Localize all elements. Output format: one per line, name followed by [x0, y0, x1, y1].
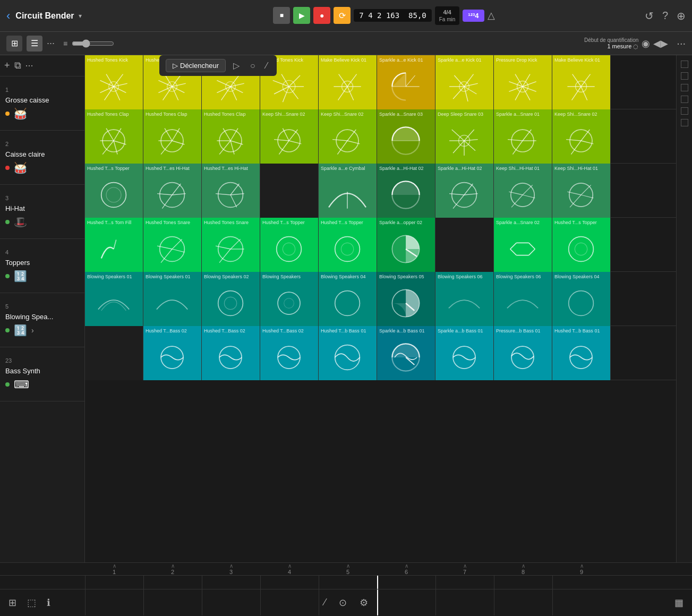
mixer-button[interactable]: ⚙ — [357, 595, 370, 611]
trigger-button[interactable]: ▷ Déclencheur — [166, 59, 226, 72]
clip-1-1[interactable]: Hushed Tones Clap — [143, 109, 202, 164]
back-button[interactable]: ‹ — [6, 9, 10, 23]
mute-row-0[interactable] — [681, 61, 688, 68]
list-view-button[interactable]: ☰ — [27, 36, 42, 52]
settings-icon[interactable]: ⊕ — [677, 10, 686, 22]
metronome-icon[interactable]: ◉ — [642, 38, 650, 49]
clip-1-2[interactable]: Hushed Tones Clap — [202, 109, 260, 164]
clip-4-0[interactable]: Blowing Speakers 01 — [85, 272, 143, 326]
clip-5-2[interactable]: Hushed T...Bass 02 — [202, 326, 260, 380]
trigger-icon-2[interactable]: ○ — [247, 59, 259, 73]
clip-2-4[interactable]: Sparkle a...e Cymbal — [319, 164, 377, 218]
clip-0-6[interactable]: Sparkle a...e Kick 01 — [435, 55, 494, 109]
clip-1-8[interactable]: Keep Shi...Snare 02 — [552, 109, 611, 164]
key-badge[interactable]: ¹²³4 — [463, 10, 484, 22]
clip-2-0[interactable]: Hushed T...s Topper — [85, 164, 143, 218]
track-item-1[interactable]: 1 Grosse caisse 🥁 — [0, 76, 84, 131]
clip-5-3[interactable]: Hushed T...Bass 02 — [260, 326, 319, 380]
more-button-2[interactable]: ··· — [677, 37, 686, 49]
mute-row-3[interactable] — [681, 96, 688, 103]
track-item-2[interactable]: 2 Caisse claire 🥁 — [0, 131, 84, 185]
track-more-button[interactable]: ··· — [25, 60, 33, 71]
record-button[interactable]: ● — [313, 7, 330, 24]
info-button[interactable]: ℹ — [45, 595, 53, 611]
clip-0-7[interactable]: Pressure Drop Kick — [494, 55, 552, 109]
track-item-3[interactable]: 3 Hi-Hat 🎩 — [0, 185, 84, 239]
quantize-value[interactable]: 1 mesure ◌ — [584, 43, 638, 50]
clip-4-3[interactable]: Blowing Speakers — [260, 272, 319, 326]
mute-row-5[interactable] — [681, 119, 688, 126]
clip-3-0[interactable]: Hushed T...s Tom Fill — [85, 218, 143, 272]
clip-5-5[interactable]: Sparkle a...b Bass 01 — [377, 326, 435, 380]
add-track-button[interactable]: + — [4, 60, 10, 71]
clip-4-1[interactable]: Blowing Speakers 01 — [143, 272, 202, 326]
clip-1-6[interactable]: Deep Sleep Snare 03 — [435, 109, 494, 164]
pencil-button[interactable]: ∕ — [322, 595, 328, 611]
track-item-4[interactable]: 4 Toppers 🔢 — [0, 239, 84, 293]
stop-button[interactable]: ■ — [273, 7, 290, 24]
clip-5-4[interactable]: Hushed T...b Bass 01 — [319, 326, 377, 380]
track-item-5[interactable]: 5 Blowing Spea... 🔢 › — [0, 293, 84, 347]
help-icon[interactable]: ? — [662, 10, 668, 22]
tuner-icon[interactable]: △ — [488, 10, 495, 21]
clip-5-7[interactable]: Pressure...b Bass 01 — [494, 326, 552, 380]
track-item-23[interactable]: 23 Bass Synth ⌨ — [0, 347, 84, 401]
clip-1-3[interactable]: Keep Shi...Snare 02 — [260, 109, 319, 164]
project-chevron-icon[interactable]: ▾ — [79, 12, 82, 20]
tempo-button[interactable]: ⊙ — [337, 595, 349, 611]
track-expand-5[interactable]: › — [31, 326, 34, 335]
clip-3-7[interactable]: Sparkle a...Snare 02 — [494, 218, 552, 272]
clip-2-3[interactable] — [260, 164, 319, 218]
clip-1-0[interactable]: Hushed Tones Clap — [85, 109, 143, 164]
trigger-icon-1[interactable]: ▷ — [230, 58, 243, 73]
grid-bottom-button[interactable]: ⊞ — [6, 595, 19, 611]
play-button[interactable]: ▶ — [293, 7, 310, 24]
clip-0-8[interactable]: Make Believe Kick 01 — [552, 55, 611, 109]
clip-3-3[interactable]: Hushed T...s Topper — [260, 218, 319, 272]
clip-2-7[interactable]: Keep Shi...Hi-Hat 01 — [494, 164, 552, 218]
trigger-icon-3[interactable]: ∕ — [263, 59, 271, 73]
clip-3-2[interactable]: Hushed Tones Snare — [202, 218, 260, 272]
grid-view-button[interactable]: ⊞ — [6, 36, 22, 52]
copy-track-button[interactable]: ⧉ — [14, 60, 21, 71]
clip-3-6[interactable] — [435, 218, 494, 272]
layers-button[interactable]: ⬚ — [25, 595, 38, 611]
clip-2-1[interactable]: Hushed T...es Hi-Hat — [143, 164, 202, 218]
clip-3-8[interactable]: Hushed T...s Topper — [552, 218, 611, 272]
clip-4-4[interactable]: Blowing Speakers 04 — [319, 272, 377, 326]
clip-3-5[interactable]: Sparkle a...opper 02 — [377, 218, 435, 272]
clip-4-2[interactable]: Blowing Speakers 02 — [202, 272, 260, 326]
clip-4-5[interactable]: Blowing Speakers 05 — [377, 272, 435, 326]
mute-row-4[interactable] — [681, 107, 688, 115]
clip-2-6[interactable]: Sparkle a...Hi-Hat 02 — [435, 164, 494, 218]
volume-icon[interactable]: ◀▶ — [653, 38, 668, 49]
svg-line-37 — [338, 87, 348, 100]
clip-0-5[interactable]: Sparkle a...e Kick 01 — [377, 55, 435, 109]
clip-5-1[interactable]: Hushed T...Bass 02 — [143, 326, 202, 380]
clip-3-4[interactable]: Hushed T...s Topper — [319, 218, 377, 272]
piano-roll-button[interactable]: ▦ — [672, 595, 686, 611]
clip-2-5[interactable]: Sparkle a...Hi-Hat 02 — [377, 164, 435, 218]
clip-1-7[interactable]: Sparkle a...Snare 01 — [494, 109, 552, 164]
clip-2-2[interactable]: Hushed T...es Hi-Hat — [202, 164, 260, 218]
clip-0-4[interactable]: Make Believe Kick 01 — [319, 55, 377, 109]
eq-slider[interactable] — [72, 39, 114, 48]
more-options-button[interactable]: ··· — [47, 38, 55, 49]
clip-4-7[interactable]: Blowing Speakers 06 — [494, 272, 552, 326]
clip-0-0[interactable]: Hushed Tones Kick — [85, 55, 143, 109]
clip-5-6[interactable]: Sparkle a...b Bass 01 — [435, 326, 494, 380]
clip-5-8[interactable]: Hushed T...b Bass 01 — [552, 326, 611, 380]
svg-line-91 — [274, 140, 289, 141]
mute-row-1[interactable] — [681, 72, 688, 80]
clip-3-1[interactable]: Hushed Tones Snare — [143, 218, 202, 272]
clip-1-5[interactable]: Sparkle a...Snare 03 — [377, 109, 435, 164]
mute-row-2[interactable] — [681, 84, 688, 91]
loop-button[interactable]: ⟳ — [334, 7, 351, 24]
undo-icon[interactable]: ↺ — [645, 10, 654, 22]
clip-4-8[interactable]: Blowing Speakers 04 — [552, 272, 611, 326]
clip-5-0[interactable] — [85, 326, 143, 380]
svg-point-117 — [101, 183, 126, 208]
clip-1-4[interactable]: Keep Shi...Snare 02 — [319, 109, 377, 164]
clip-4-6[interactable]: Blowing Speakers 06 — [435, 272, 494, 326]
clip-2-8[interactable]: Keep Shi...Hi-Hat 01 — [552, 164, 611, 218]
